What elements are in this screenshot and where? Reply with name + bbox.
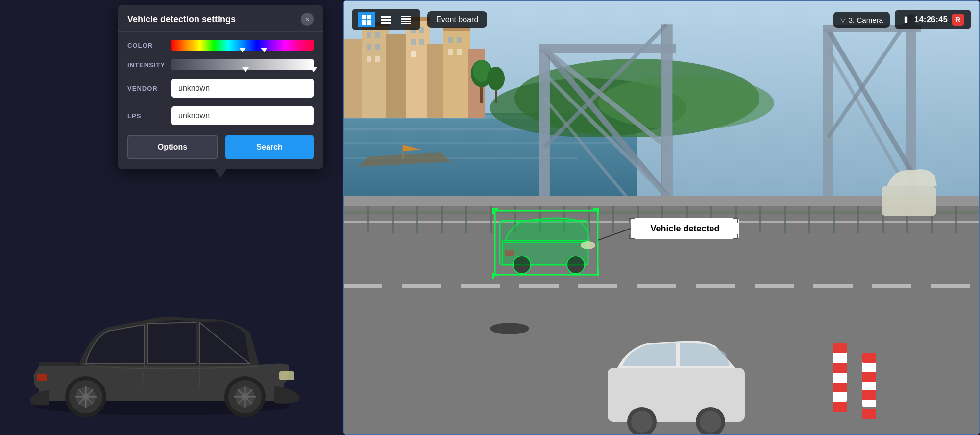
svg-rect-157 (833, 343, 847, 353)
compact-icon (400, 15, 411, 24)
lps-row: LPS (127, 106, 314, 125)
svg-text:Vehicle detected: Vehicle detected (650, 224, 719, 233)
svg-rect-45 (375, 56, 380, 62)
svg-rect-30 (343, 39, 363, 118)
car-svg (10, 273, 314, 420)
view-mode-group (352, 9, 420, 30)
intensity-thumb-left[interactable] (242, 67, 249, 74)
left-panel: Vehicle detection settings × COLOR INTEN… (0, 0, 333, 435)
svg-rect-96 (392, 206, 394, 233)
compact-view-button[interactable] (397, 12, 415, 27)
svg-rect-88 (637, 284, 676, 288)
svg-rect-97 (416, 206, 418, 233)
svg-rect-98 (441, 206, 443, 233)
dialog-body: COLOR INTENSITY (118, 32, 323, 169)
svg-rect-163 (862, 372, 876, 382)
event-board-button[interactable]: Event board (427, 11, 487, 28)
search-button[interactable]: Search (225, 135, 314, 159)
list-icon (381, 15, 392, 24)
svg-rect-43 (375, 44, 380, 50)
camera-video: Vehicle detected (343, 0, 980, 435)
vendor-input[interactable] (172, 79, 314, 98)
intensity-label: INTENSITY (127, 61, 172, 69)
svg-rect-134 (597, 208, 599, 214)
grid-icon (361, 14, 372, 25)
svg-rect-159 (833, 383, 847, 392)
intensity-thumb-right[interactable] (310, 67, 317, 74)
vendor-label: VENDOR (127, 85, 172, 92)
color-bar[interactable] (172, 40, 314, 51)
svg-rect-89 (696, 284, 735, 288)
svg-rect-22 (39, 362, 78, 366)
svg-rect-33 (406, 20, 430, 118)
svg-rect-177 (401, 21, 411, 22)
camera-panel: Vehicle detected (343, 0, 980, 435)
intensity-bar[interactable] (172, 59, 314, 70)
svg-rect-160 (833, 402, 847, 412)
svg-rect-32 (386, 34, 408, 118)
svg-rect-168 (362, 15, 366, 19)
svg-rect-136 (492, 274, 498, 276)
color-label: COLOR (127, 42, 172, 49)
svg-rect-169 (367, 15, 371, 19)
svg-rect-114 (833, 206, 835, 233)
camera-toolbar: Event board ▽ 3. Camera ⏸ 14:26:45 R (352, 9, 971, 30)
svg-rect-50 (411, 51, 416, 57)
svg-rect-174 (381, 22, 391, 24)
svg-point-125 (513, 256, 531, 274)
close-button[interactable]: × (301, 13, 314, 26)
svg-rect-31 (362, 25, 389, 118)
camera-label: 3. Camera (849, 16, 883, 24)
color-slider[interactable] (172, 40, 314, 51)
time-badge: ⏸ 14:26:45 R (895, 10, 971, 29)
svg-rect-124 (505, 250, 514, 256)
svg-point-62 (598, 76, 774, 130)
options-button[interactable]: Options (127, 135, 218, 159)
svg-rect-41 (375, 32, 380, 38)
svg-rect-150 (608, 368, 745, 422)
vendor-row: VENDOR (127, 79, 314, 98)
svg-rect-87 (578, 284, 617, 288)
svg-rect-3 (37, 374, 47, 381)
grid-view-button[interactable] (358, 12, 375, 27)
car-display (0, 224, 323, 420)
buttons-row: Options Search (127, 135, 314, 159)
color-thumb-right[interactable] (261, 48, 268, 54)
svg-point-59 (487, 67, 505, 90)
svg-rect-158 (833, 363, 847, 373)
svg-rect-91 (813, 284, 853, 288)
svg-rect-112 (784, 206, 786, 233)
svg-rect-132 (492, 208, 494, 214)
svg-rect-95 (368, 206, 369, 233)
svg-rect-90 (755, 284, 794, 288)
svg-rect-49 (419, 39, 424, 45)
svg-line-21 (199, 364, 200, 388)
svg-rect-119 (956, 206, 957, 233)
list-view-button[interactable] (377, 12, 395, 27)
intensity-slider[interactable] (172, 59, 314, 70)
svg-rect-52 (457, 37, 462, 43)
svg-rect-115 (858, 206, 859, 233)
svg-rect-178 (401, 23, 411, 24)
filter-icon: ▽ (840, 16, 846, 24)
svg-point-155 (490, 323, 529, 334)
svg-rect-105 (612, 206, 614, 233)
svg-rect-2 (279, 371, 294, 380)
svg-rect-173 (381, 19, 391, 21)
svg-rect-72 (539, 44, 676, 53)
toolbar-right: ▽ 3. Camera ⏸ 14:26:45 R (833, 10, 971, 29)
svg-rect-170 (362, 20, 366, 25)
dialog-header: Vehicle detection settings × (118, 5, 323, 32)
pause-icon[interactable]: ⏸ (902, 15, 910, 25)
svg-point-126 (567, 256, 585, 274)
svg-rect-165 (862, 409, 876, 419)
svg-rect-99 (466, 206, 467, 233)
svg-point-123 (581, 241, 595, 249)
intensity-row: INTENSITY (127, 59, 314, 70)
lps-input[interactable] (172, 106, 314, 125)
svg-rect-86 (519, 284, 559, 288)
color-thumb-left[interactable] (239, 48, 246, 54)
svg-rect-162 (862, 353, 876, 363)
color-row: COLOR (127, 40, 314, 51)
svg-rect-53 (448, 49, 453, 55)
